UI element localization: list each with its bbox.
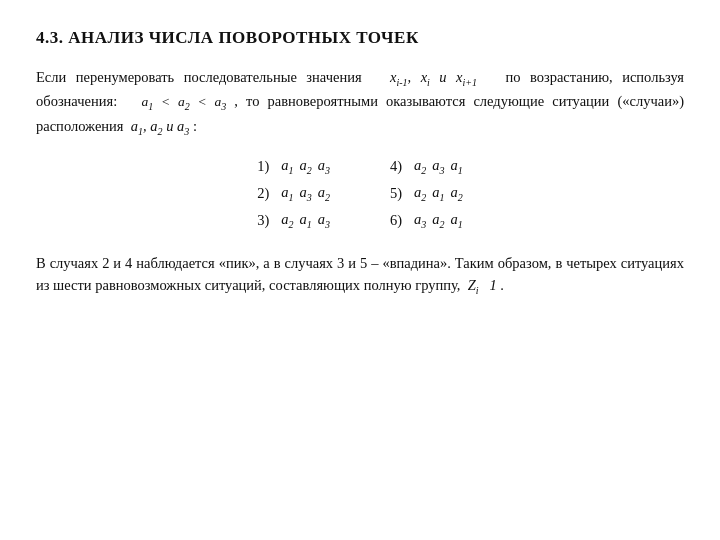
case-4-v1: a2 xyxy=(414,157,426,176)
case-num-6: 6) xyxy=(390,212,408,229)
page-title: 4.3. АНАЛИЗ ЧИСЛА ПОВОРОТНЫХ ТОЧЕК xyxy=(36,28,684,48)
case-3-v3: a3 xyxy=(318,211,330,230)
case-5-v2: a1 xyxy=(432,184,444,203)
case-2-v1: a1 xyxy=(281,184,293,203)
case-1-v3: a3 xyxy=(318,157,330,176)
case-6: 6) a3 a2 a1 xyxy=(390,211,463,230)
case-6-v1: a3 xyxy=(414,211,426,230)
bottom-paragraph: В случаях 2 и 4 наблюдается «пик», а в с… xyxy=(36,252,684,299)
inequality: a1 < a2 < a3 xyxy=(141,94,226,109)
case-3-v2: a1 xyxy=(300,211,312,230)
intro-paragraph: Если перенумеровать последовательные зна… xyxy=(36,66,684,139)
case-1-v1: a1 xyxy=(281,157,293,176)
case-2: 2) a1 a3 a2 xyxy=(257,184,330,203)
case-num-5: 5) xyxy=(390,185,408,202)
bottom-text-main: В случаях 2 и 4 наблюдается «пик», а в с… xyxy=(36,255,684,293)
case-num-2: 2) xyxy=(257,185,275,202)
case-5-v3: a2 xyxy=(451,184,463,203)
case-num-3: 3) xyxy=(257,212,275,229)
vars: a1, a2 и a3 xyxy=(131,118,190,134)
cases-left: 1) a1 a2 a3 2) a1 a3 a2 3) a2 a1 a3 xyxy=(257,157,330,230)
case-4: 4) a2 a3 a1 xyxy=(390,157,463,176)
case-2-v2: a3 xyxy=(300,184,312,203)
case-6-v2: a2 xyxy=(432,211,444,230)
case-1: 1) a1 a2 a3 xyxy=(257,157,330,176)
intro-text-1: Если перенумеровать последовательные зна… xyxy=(36,69,362,85)
case-3-v1: a2 xyxy=(281,211,293,230)
case-2-v3: a2 xyxy=(318,184,330,203)
case-num-4: 4) xyxy=(390,158,408,175)
case-5-v1: a2 xyxy=(414,184,426,203)
case-5: 5) a2 a1 a2 xyxy=(390,184,463,203)
case-6-v3: a1 xyxy=(451,211,463,230)
case-1-v2: a2 xyxy=(300,157,312,176)
case-4-v3: a1 xyxy=(451,157,463,176)
case-4-v2: a3 xyxy=(432,157,444,176)
case-num-1: 1) xyxy=(257,158,275,175)
page: 4.3. АНАЛИЗ ЧИСЛА ПОВОРОТНЫХ ТОЧЕК Если … xyxy=(0,0,720,540)
bottom-period: . xyxy=(500,277,504,293)
cases-right: 4) a2 a3 a1 5) a2 a1 a2 6) a3 a2 a1 xyxy=(390,157,463,230)
cases-block: 1) a1 a2 a3 2) a1 a3 a2 3) a2 a1 a3 4) a… xyxy=(36,157,684,230)
xi-notation: xi-1, xi и xi+1 xyxy=(390,69,477,85)
case-3: 3) a2 a1 a3 xyxy=(257,211,330,230)
bottom-formula: Zi 1 xyxy=(468,277,497,293)
